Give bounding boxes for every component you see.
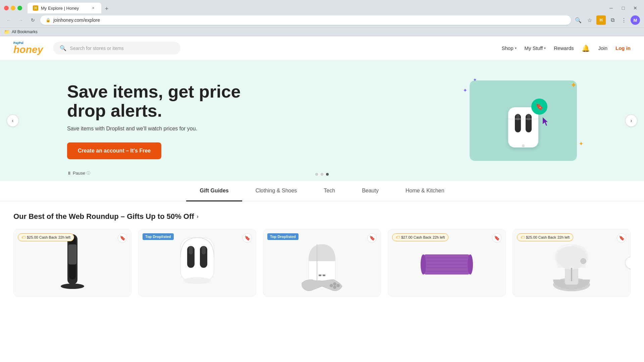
forward-button[interactable]: → bbox=[16, 15, 25, 25]
svg-point-25 bbox=[336, 284, 340, 287]
search-bar[interactable]: 🔍 Search for stores or items bbox=[53, 42, 180, 55]
svg-rect-13 bbox=[68, 244, 76, 264]
minimize-window-btn[interactable]: ─ bbox=[606, 3, 616, 13]
hero-next-button[interactable]: › bbox=[625, 115, 637, 127]
pause-icon: ⏸ bbox=[67, 171, 71, 176]
nav-login[interactable]: Log in bbox=[615, 45, 631, 51]
hero-image: ✦ ✦ ✦ ✦ 🔖 bbox=[470, 80, 577, 161]
lock-icon: 🔒 bbox=[46, 18, 51, 22]
svg-point-22 bbox=[330, 284, 333, 287]
tab-clothing-shoes[interactable]: Clothing & Shoes bbox=[242, 181, 311, 201]
extensions-button[interactable]: ⧉ bbox=[608, 15, 617, 25]
browser-chrome: H My Explore | Honey × + ─ □ ✕ ← → ↻ 🔒 j… bbox=[0, 0, 644, 36]
bookmarks-bar-label[interactable]: All Bookmarks bbox=[12, 29, 38, 34]
nav-rewards[interactable]: Rewards bbox=[554, 45, 574, 51]
tab-tech[interactable]: Tech bbox=[310, 181, 348, 201]
search-placeholder: Search for stores or items bbox=[70, 46, 123, 51]
close-window-btn[interactable]: ✕ bbox=[631, 3, 640, 13]
tab-favicon: H bbox=[33, 5, 38, 11]
active-tab[interactable]: H My Explore | Honey × bbox=[28, 3, 101, 13]
honey-extension-button[interactable]: H bbox=[596, 15, 606, 25]
logo-link[interactable]: PayPal honey bbox=[13, 42, 43, 55]
hero-dot-3[interactable] bbox=[326, 173, 329, 176]
bookmark-button-airpods[interactable]: 🔖 bbox=[243, 233, 252, 243]
products-grid: 🏷 $25.00 Cash Back 22h left 🔖 bbox=[13, 229, 631, 297]
hero-dot-2[interactable] bbox=[321, 173, 323, 176]
nav-my-stuff[interactable]: My Stuff ▾ bbox=[525, 45, 546, 51]
svg-point-32 bbox=[421, 254, 426, 275]
cashback-amount-dyson: $25.00 Cash Back bbox=[27, 235, 57, 239]
address-bar[interactable]: 🔒 joinhoney.com/explore bbox=[40, 15, 571, 25]
hero-content: Save items, get price drop alerts. Save … bbox=[67, 82, 268, 159]
product-card-dyson[interactable]: 🏷 $25.00 Cash Back 22h left 🔖 bbox=[13, 229, 131, 297]
cashback-icon-mat: 🏷 bbox=[396, 235, 400, 240]
svg-rect-21 bbox=[323, 275, 325, 276]
bookmark-button-mixer[interactable]: 🔖 bbox=[617, 233, 626, 243]
more-tools-button[interactable]: ⋮ bbox=[619, 15, 629, 25]
notifications-bell-icon[interactable]: 🔔 bbox=[582, 44, 590, 52]
product-badge-top-mat: 🏷 $27.00 Cash Back 22h left bbox=[392, 233, 448, 241]
sparkle-icon-4: ✦ bbox=[473, 77, 477, 82]
window-maximize-button[interactable] bbox=[17, 6, 22, 10]
search-icon: 🔍 bbox=[60, 45, 66, 51]
window-minimize-button[interactable] bbox=[11, 6, 15, 10]
ps5-svg bbox=[292, 231, 352, 295]
cashback-time-mat: 22h left bbox=[433, 235, 445, 239]
hero-dot-1[interactable] bbox=[315, 173, 318, 176]
bookmark-button-ps5[interactable]: 🔖 bbox=[367, 233, 377, 243]
restore-window-btn[interactable]: □ bbox=[619, 3, 628, 13]
droplisted-badge-ps5: Top Droplisted bbox=[267, 233, 299, 240]
bookmark-button-mat[interactable]: 🔖 bbox=[492, 233, 501, 243]
hero-prev-button[interactable]: ‹ bbox=[7, 115, 19, 127]
pause-info-icon: ⓘ bbox=[87, 171, 90, 176]
window-close-button[interactable] bbox=[4, 6, 9, 10]
product-badge-top-ps5: Top Droplisted bbox=[267, 233, 299, 240]
browser-titlebar: H My Explore | Honey × + ─ □ ✕ bbox=[0, 0, 644, 13]
product-card-mixer[interactable]: 🏷 $25.00 Cash Back 22h left 🔖 bbox=[513, 229, 631, 297]
svg-point-19 bbox=[183, 277, 211, 284]
svg-point-33 bbox=[468, 254, 473, 275]
shop-chevron-icon: ▾ bbox=[515, 46, 517, 50]
svg-rect-20 bbox=[319, 275, 321, 276]
svg-point-38 bbox=[581, 258, 586, 264]
hero-cta-button[interactable]: Create an account – It's Free bbox=[67, 142, 161, 159]
sparkle-icon-3: ✦ bbox=[579, 140, 584, 147]
svg-text:🔖: 🔖 bbox=[535, 103, 544, 111]
product-card-ps5[interactable]: Top Droplisted 🔖 bbox=[263, 229, 381, 297]
product-card-airpods[interactable]: Top Droplisted 🔖 bbox=[138, 229, 256, 297]
bookmarks-folder-icon: 📁 bbox=[4, 29, 10, 35]
tab-title: My Explore | Honey bbox=[41, 6, 88, 11]
product-card-mat[interactable]: 🏷 $27.00 Cash Back 22h left 🔖 bbox=[388, 229, 506, 297]
product-badge-top-dyson: 🏷 $25.00 Cash Back 22h left bbox=[18, 233, 74, 241]
cashback-badge-mixer: 🏷 $25.00 Cash Back 22h left bbox=[517, 233, 573, 241]
tab-home-kitchen[interactable]: Home & Kitchen bbox=[392, 181, 458, 201]
airpods-svg bbox=[170, 231, 224, 295]
svg-rect-2 bbox=[516, 114, 520, 121]
browser-toolbar: ← → ↻ 🔒 joinhoney.com/explore 🔍 ☆ H ⧉ ⋮ … bbox=[0, 13, 644, 27]
tab-gift-guides[interactable]: Gift Guides bbox=[186, 181, 242, 201]
search-web-button[interactable]: 🔍 bbox=[574, 15, 583, 25]
hero-pause[interactable]: ⏸ Pause ⓘ bbox=[67, 171, 90, 176]
back-button[interactable]: ← bbox=[4, 15, 13, 25]
svg-marker-9 bbox=[543, 117, 548, 126]
nav-join[interactable]: Join bbox=[598, 45, 607, 51]
profile-button[interactable]: M bbox=[631, 15, 640, 25]
bookmark-button[interactable]: ☆ bbox=[585, 15, 594, 25]
svg-point-24 bbox=[333, 286, 336, 289]
tab-close-button[interactable]: × bbox=[91, 5, 96, 11]
category-tabs: Gift Guides Clothing & Shoes Tech Beauty… bbox=[0, 181, 644, 201]
refresh-button[interactable]: ↻ bbox=[28, 15, 38, 25]
sparkle-icon-2: ✦ bbox=[463, 87, 467, 94]
new-tab-button[interactable]: + bbox=[102, 4, 111, 13]
tab-beauty[interactable]: Beauty bbox=[348, 181, 392, 201]
pause-label: Pause bbox=[73, 171, 85, 176]
window-controls bbox=[4, 6, 22, 10]
header-nav: Shop ▾ My Stuff ▾ Rewards 🔔 Join Log in bbox=[501, 44, 631, 52]
cashback-amount-mat: $27.00 Cash Back bbox=[401, 235, 431, 239]
cashback-icon-dyson: 🏷 bbox=[21, 235, 25, 240]
cashback-time-mixer: 22h left bbox=[557, 235, 570, 239]
bookmark-button-dyson[interactable]: 🔖 bbox=[118, 233, 127, 243]
svg-rect-14 bbox=[180, 238, 214, 281]
site-header: PayPal honey 🔍 Search for stores or item… bbox=[0, 36, 644, 60]
nav-shop[interactable]: Shop ▾ bbox=[501, 45, 516, 51]
